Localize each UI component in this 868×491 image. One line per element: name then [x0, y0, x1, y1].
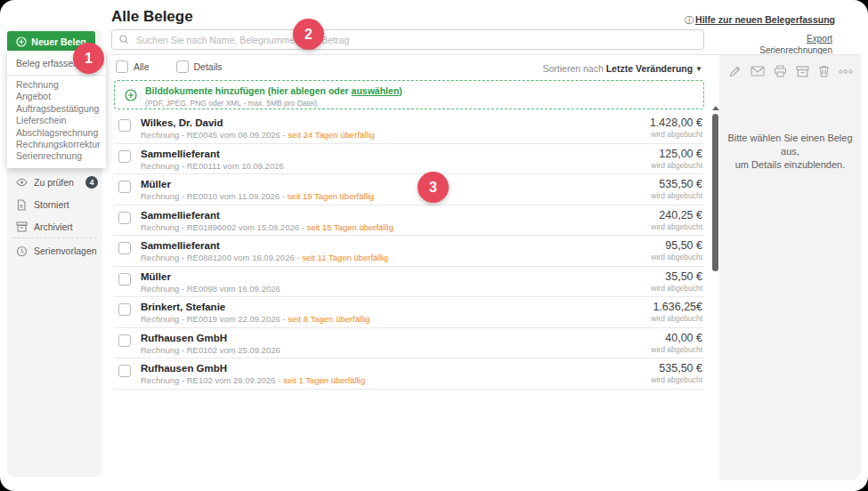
payment-status: wird abgebucht [651, 284, 702, 293]
annotation-step-1: 1 [73, 43, 104, 74]
archive-box-icon[interactable] [796, 66, 809, 77]
archive-icon [16, 221, 28, 233]
customer-name: Müller [141, 271, 171, 282]
info-icon: ⓘ [685, 14, 694, 27]
amount: 240,25 € [659, 209, 702, 221]
help-link[interactable]: ⓘHilfe zur neuen Belegerfassung [685, 14, 835, 27]
document-list: Wilkes, Dr. David Rechnung - RE0045 vom … [114, 113, 704, 390]
annotation-step-3: 3 [418, 172, 449, 203]
scrollbar-up-arrow[interactable] [712, 106, 719, 110]
document-meta: Rechnung - RE0019 vom 22.09.2026 - seit … [141, 314, 370, 324]
print-icon[interactable] [774, 65, 787, 77]
menu-item-auftragsbestaetigung[interactable]: Auftragsbestätigung [7, 103, 106, 115]
sidebar-item-label: Zu prüfen [34, 177, 74, 188]
customer-name: Brinkert, Stefanie [141, 302, 225, 312]
payment-status: wird abgebucht [651, 191, 702, 200]
document-row[interactable]: Sammellieferant Rechnung - RE00111 vom 1… [114, 144, 704, 175]
menu-item-angebot[interactable]: Angebot [7, 91, 106, 102]
upload-dropzone[interactable]: Bilddokumente hinzufügen (hier ablegen o… [114, 80, 704, 109]
select-all-checkbox[interactable] [116, 60, 128, 73]
row-checkbox[interactable] [118, 365, 131, 377]
select-all-label: Alle [134, 61, 150, 72]
payment-status: wird abgebucht [651, 314, 702, 323]
sidebar-item-storniert[interactable]: Storniert [7, 194, 102, 215]
overdue-label: seit 1 Tagen überfällig [283, 375, 365, 385]
amount: 35,50 € [665, 270, 702, 283]
customer-name: Wilkes, Dr. David [141, 117, 223, 128]
amount: 1.636,25€ [653, 301, 702, 313]
sidebar-item-label: Serienvorlagen [34, 246, 97, 256]
row-checkbox[interactable] [118, 119, 131, 132]
dropzone-select-link[interactable]: auswählen [352, 85, 400, 96]
annotation-step-2: 2 [293, 19, 324, 50]
sort-control[interactable]: Sortieren nach Letzte Veränderung ▼ [542, 63, 702, 74]
document-meta: Rechnung - RE01896002 vom 15.09.2026 - s… [141, 222, 393, 232]
payment-status: wird abgebucht [651, 345, 702, 354]
sidebar-item-archiviert[interactable]: Archiviert [7, 216, 102, 237]
row-checkbox[interactable] [118, 150, 131, 163]
document-row[interactable]: Müller Rechnung - RE0098 vom 16.09.2026 … [114, 267, 704, 298]
menu-item-rechnungskorrektur[interactable]: Rechnungskorrektur [7, 139, 106, 150]
document-row[interactable]: Brinkert, Stefanie Rechnung - RE0019 vom… [114, 297, 704, 328]
email-icon[interactable] [750, 66, 765, 76]
app-window: Entwürfe Zu prüfen 4 Storniert Archivier… [0, 0, 868, 491]
chevron-down-icon: ▼ [695, 65, 702, 73]
edit-pencil-icon[interactable] [728, 65, 742, 78]
plus-circle-icon [16, 36, 27, 47]
search-input[interactable] [134, 34, 703, 46]
trash-icon[interactable] [818, 65, 830, 77]
row-checkbox[interactable] [118, 273, 131, 286]
payment-status: wird abgebucht [651, 253, 702, 262]
menu-item-abschlagsrechnung[interactable]: Abschlagsrechnung [7, 127, 106, 139]
document-row[interactable]: Wilkes, Dr. David Rechnung - RE0045 vom … [114, 113, 704, 144]
sidebar-item-label: Archiviert [34, 221, 73, 232]
document-cancel-icon [16, 199, 28, 211]
sidebar-item-label: Storniert [34, 199, 69, 210]
menu-item-serienrechnung[interactable]: Serienrechnung [7, 150, 106, 162]
amount: 125,00 € [659, 148, 702, 160]
page-title: Alle Belege [111, 8, 193, 26]
document-row[interactable]: Rufhausen GmbH Rechnung - RE102 vom 29.0… [114, 358, 704, 390]
eye-icon [16, 177, 28, 189]
menu-divider [7, 75, 106, 76]
dropzone-text: Bilddokumente hinzufügen (hier ablegen o… [145, 82, 402, 108]
row-checkbox[interactable] [118, 303, 131, 316]
menu-item-lieferschein[interactable]: Lieferschein [7, 115, 106, 126]
amount: 40,00 € [665, 332, 702, 344]
amount: 535,50 € [659, 362, 702, 374]
row-checkbox[interactable] [118, 334, 131, 347]
amount: 535,50 € [659, 178, 702, 190]
detail-toolbar [728, 62, 853, 80]
row-checkbox[interactable] [118, 212, 131, 224]
row-checkbox[interactable] [118, 181, 131, 193]
document-row[interactable]: Rufhausen GmbH Rechnung - RE0102 vom 25.… [114, 328, 704, 359]
row-checkbox[interactable] [118, 242, 131, 254]
details-label: Details [194, 61, 223, 72]
export-link[interactable]: Export [759, 33, 832, 44]
document-meta: Rechnung - RE0102 vom 25.09.2026 [141, 345, 280, 355]
document-row[interactable]: Sammellieferant Rechnung - RE01896002 vo… [114, 205, 704, 237]
document-meta: Rechnung - RE0098 vom 16.09.2026 [141, 284, 280, 294]
customer-name: Sammellieferant [141, 240, 220, 251]
details-checkbox[interactable] [176, 60, 189, 73]
customer-name: Rufhausen GmbH [141, 333, 227, 343]
scrollbar-thumb[interactable] [712, 114, 718, 271]
overdue-label: seit 11 Tagen überfällig [302, 253, 388, 262]
document-meta: Rechnung - RE00111 vom 10.09.2026 [141, 161, 284, 171]
overdue-label: seit 8 Tagen überfällig [288, 314, 369, 324]
sidebar-item-zu-pruefen[interactable]: Zu prüfen 4 [7, 172, 102, 193]
more-options-icon[interactable] [839, 69, 853, 74]
document-row[interactable]: Sammellieferant Rechnung - RE0881200 vom… [114, 236, 704, 267]
overdue-label: seit 19 Tagen überfällig [288, 191, 375, 201]
menu-item-rechnung[interactable]: Rechnung [7, 79, 106, 91]
sidebar-item-serienvorlagen[interactable]: Serienvorlagen [7, 240, 102, 262]
search-icon [119, 35, 129, 44]
document-row[interactable]: Müller Rechnung - RE0010 vom 11.09.2026 … [114, 174, 704, 205]
header-links: Export Serienrechnungen [759, 33, 832, 56]
search-bar[interactable] [111, 29, 704, 50]
count-badge: 4 [85, 176, 98, 189]
amount: 1.428,00 € [650, 117, 702, 129]
plus-circle-icon [125, 89, 137, 101]
sort-label: Sortieren nach [542, 63, 605, 74]
payment-status: wird abgebucht [651, 161, 702, 170]
